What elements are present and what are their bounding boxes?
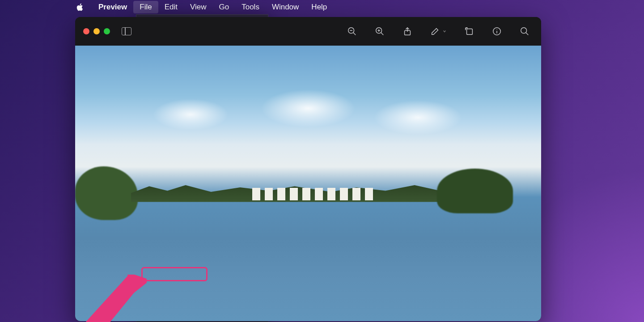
apple-logo-icon[interactable]: [76, 3, 84, 11]
zoom-in-icon[interactable]: [375, 26, 385, 36]
menubar-item-help[interactable]: Help: [305, 1, 333, 13]
svg-line-13: [526, 33, 529, 35]
info-icon[interactable]: [492, 26, 502, 36]
menubar-item-tools[interactable]: Tools: [235, 1, 266, 13]
menubar-item-edit[interactable]: Edit: [158, 1, 184, 13]
fullscreen-window-button[interactable]: [104, 28, 110, 34]
image-horizon-region: [75, 175, 541, 230]
menubar-item-window[interactable]: Window: [266, 1, 305, 13]
svg-point-12: [521, 28, 527, 34]
window-controls: [83, 28, 110, 34]
svg-rect-8: [467, 29, 473, 35]
markup-chevron-icon[interactable]: [443, 30, 446, 33]
svg-line-1: [353, 33, 356, 35]
image-canvas[interactable]: [75, 46, 541, 321]
markup-icon[interactable]: [430, 26, 440, 36]
menubar-item-file[interactable]: File: [133, 1, 158, 13]
svg-line-4: [381, 33, 384, 35]
system-menubar: Preview File Edit View Go Tools Window H…: [67, 0, 338, 14]
window-titlebar: [75, 17, 541, 46]
menubar-item-view[interactable]: View: [184, 1, 213, 13]
sidebar-toggle-icon[interactable]: [122, 27, 131, 35]
minimize-window-button[interactable]: [93, 28, 100, 34]
svg-point-11: [496, 29, 497, 30]
image-sky-region: [112, 84, 504, 145]
zoom-out-icon[interactable]: [347, 26, 357, 36]
rotate-icon[interactable]: [464, 26, 474, 36]
toolbar: [347, 26, 530, 36]
share-icon[interactable]: [402, 26, 412, 36]
search-icon[interactable]: [520, 26, 530, 36]
menubar-item-go[interactable]: Go: [213, 1, 236, 13]
close-window-button[interactable]: [83, 28, 89, 34]
preview-window: [75, 17, 541, 321]
menubar-app-name[interactable]: Preview: [92, 1, 133, 13]
